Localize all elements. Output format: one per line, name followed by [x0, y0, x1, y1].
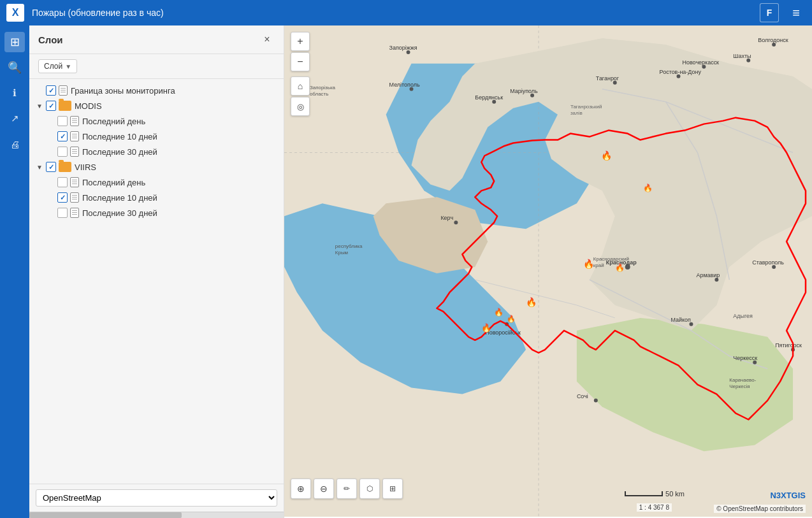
layer-label-modis-30: Последние 30 дней [82, 147, 157, 157]
svg-text:Таганрог: Таганрог [596, 75, 620, 82]
doc-icon-viirs-day [70, 177, 79, 187]
zoom-in-bottom-button[interactable]: ⊕ [291, 478, 311, 499]
expand-placeholder [34, 85, 45, 96]
doc-icon-modis-10 [70, 131, 79, 141]
locate-button[interactable]: ◎ [291, 97, 310, 116]
doc-icon-modis-30 [70, 147, 79, 157]
checkbox-viirs-30[interactable] [57, 208, 68, 218]
main-area: ⊞ 🔍 ℹ ↗ 🖨 Слои × Слой ▼ Граница зоны мон… [0, 25, 812, 518]
svg-text:🔥: 🔥 [643, 183, 653, 192]
svg-text:🔥: 🔥 [615, 263, 625, 272]
svg-text:Запорізька: Запорізька [310, 85, 336, 90]
share-sidebar-icon[interactable]: ↗ [4, 108, 25, 129]
svg-text:Пятигорск: Пятигорск [775, 342, 802, 349]
layers-panel: Слои × Слой ▼ Граница зоны мониторинга ▼ [29, 25, 284, 518]
svg-text:Мелітополь: Мелітополь [389, 82, 420, 88]
layer-sort-button[interactable]: Слой ▼ [38, 59, 77, 73]
layer-item-modis-10[interactable]: Последние 10 дней [29, 129, 284, 144]
svg-text:край: край [593, 263, 604, 268]
layer-tree: Граница зоны мониторинга ▼ MODIS Последн… [29, 79, 284, 484]
layers-sidebar-icon[interactable]: ⊞ [4, 32, 25, 52]
draw-polygon-button[interactable]: ⬡ [359, 478, 380, 499]
svg-text:🔥: 🔥 [507, 314, 516, 323]
split-button[interactable]: ⊞ [382, 478, 403, 499]
checkbox-viirs[interactable] [46, 162, 56, 172]
svg-text:🔥: 🔥 [481, 322, 492, 333]
map-svg: Запоріжжя Маріуполь Таганрог Ростов-на-Д… [284, 25, 812, 517]
svg-text:Керч: Керч [440, 215, 453, 221]
sidebar: ⊞ 🔍 ℹ ↗ 🖨 [0, 25, 29, 518]
layer-item-viirs-day[interactable]: Последний день [29, 175, 284, 190]
nextgis-logo: N3XTGIS [770, 491, 806, 500]
svg-text:🔥: 🔥 [494, 307, 504, 317]
doc-icon-viirs-10 [70, 192, 79, 203]
layer-item-modis[interactable]: ▼ MODIS [29, 98, 284, 113]
checkbox-modis[interactable] [46, 101, 56, 111]
scrollbar-thumb [29, 512, 182, 518]
zoom-out-button[interactable]: − [291, 52, 310, 71]
basemap-select[interactable]: OpenStreetMap Спутник Топография [36, 489, 277, 507]
panel-header: Слои × [29, 25, 284, 54]
layer-item-boundary[interactable]: Граница зоны мониторинга [29, 83, 284, 98]
checkbox-modis-10[interactable] [57, 131, 68, 141]
svg-text:Адыгея: Адыгея [733, 313, 753, 319]
sort-arrow-icon: ▼ [65, 63, 71, 70]
folder-icon-modis [59, 101, 71, 111]
svg-text:область: область [310, 91, 329, 97]
close-panel-button[interactable]: × [259, 32, 275, 47]
folder-icon-viirs [59, 162, 71, 172]
checkbox-viirs-day[interactable] [57, 177, 68, 187]
svg-text:Карачаево-: Карачаево- [729, 377, 756, 383]
svg-text:залів: залів [570, 110, 583, 116]
layer-item-viirs-10[interactable]: Последние 10 дней [29, 190, 284, 205]
svg-text:Крым: Крым [335, 250, 348, 255]
doc-icon-modis-day [70, 116, 79, 126]
svg-text:Таганрозький: Таганрозький [570, 104, 602, 110]
svg-text:Новочеркасск: Новочеркасск [682, 59, 719, 66]
checkbox-boundary[interactable] [46, 85, 56, 96]
search-sidebar-icon[interactable]: 🔍 [4, 57, 25, 78]
doc-icon-viirs-30 [70, 208, 79, 218]
zoom-out-bottom-button[interactable]: ⊖ [314, 478, 334, 499]
checkbox-modis-day[interactable] [57, 116, 68, 126]
panel-scrollbar[interactable] [29, 512, 284, 518]
svg-text:Сочі: Сочі [577, 393, 588, 399]
print-sidebar-icon[interactable]: 🖨 [4, 134, 25, 154]
layer-label-viirs: VIIRS [75, 162, 96, 172]
logo: X [6, 4, 24, 22]
home-button[interactable]: ⌂ [291, 76, 310, 96]
layer-label-boundary: Граница зоны мониторинга [71, 86, 175, 96]
user-button[interactable]: F [760, 3, 779, 22]
scale-bar [625, 491, 663, 496]
svg-text:Черкесск: Черкесск [733, 355, 757, 361]
layer-label-modis-10: Последние 10 дней [82, 132, 157, 141]
scale-bar-container: 50 km [625, 490, 685, 498]
layer-label-modis: MODIS [75, 101, 102, 111]
svg-text:Запоріжжя: Запоріжжя [389, 45, 417, 51]
info-sidebar-icon[interactable]: ℹ [4, 83, 25, 103]
draw-line-button[interactable]: ✏ [337, 478, 357, 499]
layer-label-viirs-30: Последние 30 дней [82, 208, 157, 218]
panel-title: Слои [38, 34, 63, 45]
layer-label-viirs-10: Последние 10 дней [82, 193, 157, 203]
svg-text:Краснодарский: Краснодарский [593, 256, 629, 262]
layer-item-modis-day[interactable]: Последний день [29, 113, 284, 129]
layer-label-viirs-day: Последний день [82, 178, 145, 187]
checkbox-modis-30[interactable] [57, 147, 68, 157]
zoom-in-button[interactable]: + [291, 32, 310, 51]
layer-item-modis-30[interactable]: Последние 30 дней [29, 144, 284, 159]
layer-item-viirs[interactable]: ▼ VIIRS [29, 159, 284, 175]
scale-label: 50 km [665, 490, 685, 498]
layer-label-modis-day: Последний день [82, 117, 145, 126]
coords-display: 1 : 4 367 8 [637, 503, 672, 512]
checkbox-viirs-10[interactable] [57, 192, 68, 203]
expand-viirs-icon[interactable]: ▼ [34, 162, 45, 172]
svg-text:🔥: 🔥 [583, 259, 595, 270]
doc-icon-boundary [59, 85, 68, 96]
svg-text:🔥: 🔥 [526, 297, 537, 308]
svg-text:Черкесія: Черкесія [729, 384, 750, 389]
expand-modis-icon[interactable]: ▼ [34, 101, 45, 111]
map-area[interactable]: Запоріжжя Маріуполь Таганрог Ростов-на-Д… [284, 25, 812, 518]
menu-button[interactable]: ≡ [787, 3, 806, 22]
layer-item-viirs-30[interactable]: Последние 30 дней [29, 205, 284, 220]
